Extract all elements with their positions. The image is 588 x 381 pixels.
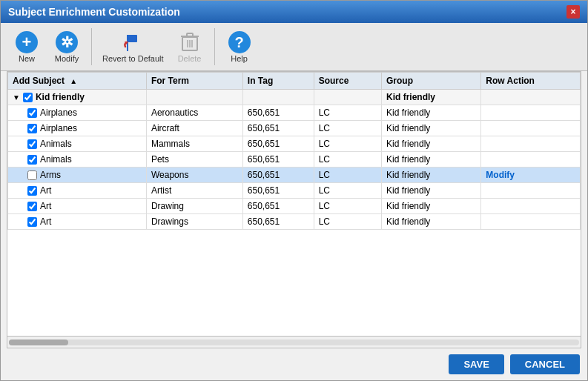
col-for-term: For Term (146, 73, 242, 90)
table-row: Art Drawings650,651LCKid friendly (8, 214, 581, 230)
data-cell: 650,651 (242, 183, 314, 199)
data-cell (481, 105, 581, 121)
group-cell: Kid friendly (381, 90, 480, 105)
col-in-tag: In Tag (242, 73, 314, 90)
table-wrapper[interactable]: Add Subject ▲ For Term In Tag Source (7, 71, 581, 337)
col-row-action: Row Action (481, 73, 581, 90)
data-cell: Mammals (146, 136, 242, 152)
data-cell: LC (314, 168, 381, 183)
data-cell (481, 121, 581, 136)
scrollbar-track (9, 339, 579, 345)
table-row: Airplanes Aeronautics650,651LCKid friend… (8, 105, 581, 121)
title-bar: Subject Enrichment Customization × (1, 1, 587, 23)
row-checkbox[interactable] (27, 186, 37, 196)
row-checkbox[interactable] (27, 170, 37, 180)
data-cell: LC (314, 183, 381, 199)
table-row: Arms Weapons650,651LCKid friendlyModify (8, 168, 581, 183)
data-cell (481, 214, 581, 230)
modify-label: Modify (55, 54, 79, 63)
subject-label: Art (40, 216, 51, 227)
data-cell: LC (314, 199, 381, 214)
group-checkbox[interactable] (23, 93, 33, 102)
table-row: Animals Mammals650,651LCKid friendly (8, 136, 581, 152)
data-cell: Kid friendly (381, 105, 480, 121)
table-row: Airplanes Aircraft650,651LCKid friendly (8, 121, 581, 136)
dialog-title: Subject Enrichment Customization (8, 6, 180, 18)
group-cell (146, 90, 242, 105)
data-cell: LC (314, 214, 381, 230)
row-checkbox[interactable] (27, 202, 37, 211)
col-add-subject[interactable]: Add Subject ▲ (8, 73, 147, 90)
data-cell: 650,651 (242, 168, 314, 183)
subject-label: Arms (40, 170, 61, 180)
scrollbar-thumb (9, 339, 68, 345)
cancel-button[interactable]: CANCEL (510, 354, 580, 374)
group-cell (481, 90, 581, 105)
help-label: Help (231, 54, 248, 63)
table-row: Art Drawing650,651LCKid friendly (8, 199, 581, 214)
delete-label: Delete (178, 54, 202, 63)
table-body: ▼ Kid friendly Kid friendly Airplanes Ae… (8, 90, 581, 230)
data-cell: Kid friendly (381, 199, 480, 214)
data-cell: Kid friendly (381, 168, 480, 183)
data-cell: LC (314, 121, 381, 136)
data-cell (481, 183, 581, 199)
subject-label: Art (40, 201, 51, 211)
data-cell (481, 199, 581, 214)
data-cell: Kid friendly (381, 152, 480, 168)
save-button[interactable]: SAVE (449, 354, 503, 374)
table-row: ▼ Kid friendly Kid friendly (8, 90, 581, 105)
horizontal-scrollbar[interactable] (7, 337, 581, 348)
subject-label: Art (40, 185, 51, 196)
col-group: Group (381, 73, 480, 90)
data-cell (481, 152, 581, 168)
table-container: Add Subject ▲ For Term In Tag Source (7, 71, 581, 348)
data-cell: 650,651 (242, 214, 314, 230)
toolbar-divider-2 (214, 28, 215, 65)
revert-icon (121, 30, 145, 54)
modify-icon: ✲ (55, 30, 79, 54)
data-cell: Aircraft (146, 121, 242, 136)
revert-button[interactable]: Revert to Default (98, 27, 168, 66)
table-header-row: Add Subject ▲ For Term In Tag Source (8, 73, 581, 90)
expand-arrow-icon: ▼ (13, 93, 20, 102)
data-cell: Drawing (146, 199, 242, 214)
help-icon: ? (228, 30, 251, 54)
dialog: Subject Enrichment Customization × + New… (0, 0, 588, 381)
help-button[interactable]: ? Help (221, 27, 258, 66)
data-cell: Aeronautics (146, 105, 242, 121)
group-label: Kid friendly (36, 92, 85, 102)
table-row: Animals Pets650,651LCKid friendly (8, 152, 581, 168)
close-button[interactable]: × (566, 5, 580, 19)
row-checkbox[interactable] (27, 217, 37, 227)
group-cell (314, 90, 381, 105)
group-cell (242, 90, 314, 105)
subject-label: Animals (40, 154, 72, 165)
modify-button[interactable]: ✲ Modify (48, 27, 85, 66)
delete-icon (178, 30, 202, 54)
subject-label: Animals (40, 139, 72, 149)
data-cell: Weapons (146, 168, 242, 183)
data-cell: Kid friendly (381, 121, 480, 136)
data-cell: LC (314, 152, 381, 168)
delete-button[interactable]: Delete (171, 27, 208, 66)
row-checkbox[interactable] (27, 139, 37, 149)
data-cell: Pets (146, 152, 242, 168)
new-label: New (19, 54, 35, 63)
data-cell: Artist (146, 183, 242, 199)
data-cell: 650,651 (242, 136, 314, 152)
revert-label: Revert to Default (102, 54, 164, 63)
data-cell (481, 136, 581, 152)
data-table: Add Subject ▲ For Term In Tag Source (7, 72, 581, 230)
data-cell: 650,651 (242, 152, 314, 168)
data-cell: Drawings (146, 214, 242, 230)
toolbar-divider (91, 28, 92, 65)
row-checkbox[interactable] (27, 155, 37, 165)
col-source: Source (314, 73, 381, 90)
row-checkbox[interactable] (27, 108, 37, 118)
data-cell: Kid friendly (381, 183, 480, 199)
table-row: Art Artist650,651LCKid friendly (8, 183, 581, 199)
new-button[interactable]: + New (8, 27, 45, 66)
svg-rect-5 (187, 33, 193, 36)
row-checkbox[interactable] (27, 124, 37, 133)
